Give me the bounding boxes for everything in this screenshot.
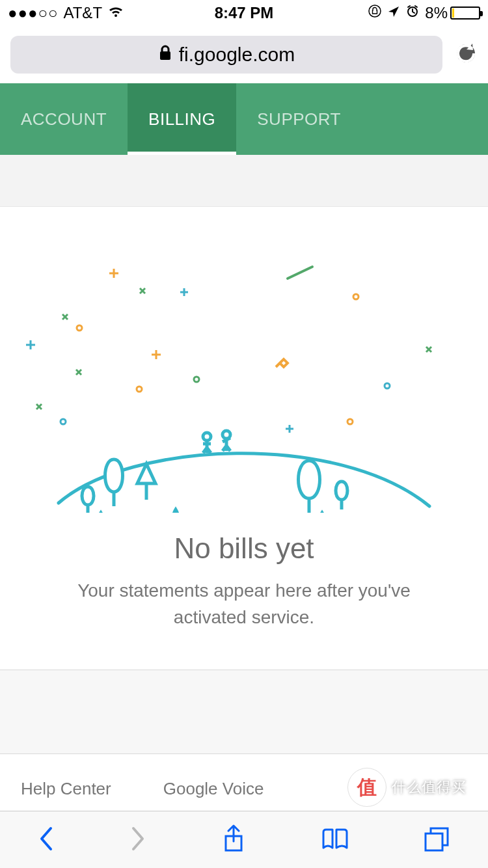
section-gap: [0, 670, 488, 754]
battery-icon: [450, 7, 480, 20]
footer-link-google-voice[interactable]: Google Voice: [163, 779, 264, 799]
watermark-text: 什么值得买: [392, 778, 467, 797]
svg-point-4: [61, 419, 66, 424]
clock-label: 8:47 PM: [215, 4, 274, 22]
bookmarks-button[interactable]: [319, 826, 351, 854]
safari-toolbar: [0, 811, 488, 868]
svg-point-7: [194, 377, 199, 382]
svg-point-5: [137, 387, 142, 392]
tab-label: ACCOUNT: [21, 109, 107, 129]
carrier-label: AT&T: [63, 4, 102, 22]
empty-title: No bills yet: [0, 532, 488, 565]
tab-label: SUPPORT: [257, 109, 341, 129]
signal-strength-icon: ●●●○○: [8, 4, 58, 22]
lock-icon: [158, 44, 172, 66]
svg-point-6: [347, 419, 353, 424]
nav-tabs: ACCOUNT BILLING SUPPORT: [0, 83, 488, 155]
tabs-button[interactable]: [423, 826, 452, 854]
footer-link-help-center[interactable]: Help Center: [21, 779, 111, 799]
empty-subtitle: Your statements appear here after you've…: [0, 578, 488, 631]
ios-status-bar: ●●●○○ AT&T 8:47 PM 8%: [0, 0, 488, 26]
tab-support[interactable]: SUPPORT: [236, 83, 362, 155]
forward-button[interactable]: [128, 824, 148, 856]
svg-rect-2: [160, 51, 170, 60]
reload-button[interactable]: [454, 40, 478, 69]
battery-indicator: 8%: [425, 4, 480, 22]
tab-label: BILLING: [148, 109, 215, 129]
watermark-badge-icon: 值: [347, 768, 386, 807]
svg-point-3: [77, 325, 82, 331]
svg-point-11: [203, 433, 211, 441]
empty-illustration: [0, 226, 488, 513]
svg-rect-15: [426, 834, 442, 850]
safari-address-bar: fi.google.com: [0, 26, 488, 83]
orientation-lock-icon: [368, 4, 382, 22]
smzdm-watermark: 值 什么值得买: [347, 766, 484, 808]
url-field[interactable]: fi.google.com: [10, 36, 442, 74]
tab-account[interactable]: ACCOUNT: [0, 83, 128, 155]
content-gap: [0, 155, 488, 207]
billing-empty-state: No bills yet Your statements appear here…: [0, 207, 488, 670]
share-button[interactable]: [221, 823, 247, 857]
svg-point-9: [385, 383, 390, 388]
tab-billing[interactable]: BILLING: [128, 83, 236, 155]
svg-line-10: [288, 267, 312, 278]
back-button[interactable]: [36, 824, 56, 856]
location-icon: [387, 4, 400, 22]
battery-pct-label: 8%: [425, 4, 448, 22]
svg-point-0: [369, 5, 381, 17]
url-host-label: fi.google.com: [179, 44, 295, 66]
svg-point-8: [353, 294, 359, 299]
wifi-icon: [107, 4, 124, 22]
alarm-icon: [405, 4, 420, 22]
